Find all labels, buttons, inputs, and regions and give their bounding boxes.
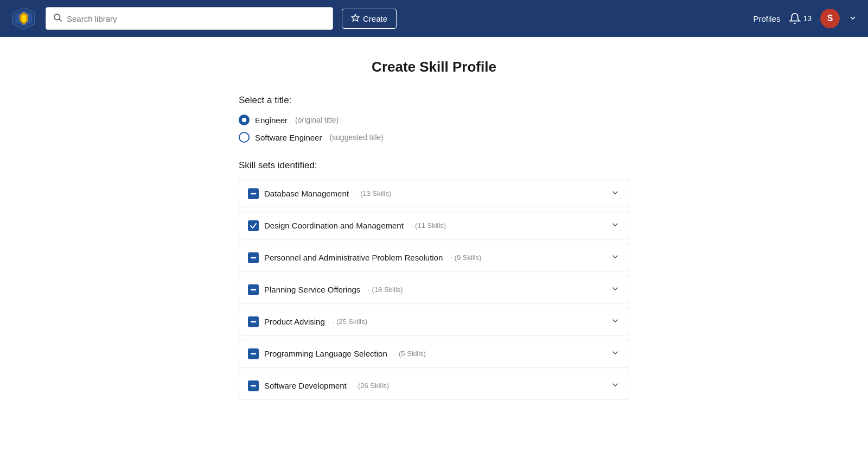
skill-set-left: Personnel and Administrative Problem Res… <box>248 252 481 263</box>
skill-set-left: Database Management · (13 Skills) <box>248 188 391 199</box>
radio-software-engineer[interactable] <box>239 132 250 143</box>
user-initial: S <box>827 14 833 23</box>
skill-set-count: · (9 Skills) <box>450 253 481 262</box>
title-engineer-sublabel: (original title) <box>295 116 339 124</box>
skill-set-count: · (11 Skills) <box>411 221 446 230</box>
select-title-label: Select a title: <box>239 95 629 106</box>
main-content: Create Skill Profile Select a title: Eng… <box>0 37 868 470</box>
skill-set-name: Design Coordination and Management <box>264 221 404 230</box>
notification-count: 13 <box>803 14 812 23</box>
skill-set-count: · (25 Skills) <box>333 317 367 326</box>
skill-set-left: Planning Service Offerings · (18 Skills) <box>248 284 403 295</box>
search-bar[interactable] <box>46 7 333 30</box>
app-header: Create Profiles 13 S <box>0 0 868 37</box>
search-icon <box>53 12 62 24</box>
skill-set-name: Database Management <box>264 189 349 198</box>
skill-set-left: Design Coordination and Management · (11… <box>248 220 446 231</box>
skill-set-checkbox[interactable] <box>248 316 259 327</box>
skill-set-count: · (5 Skills) <box>395 350 426 358</box>
skill-set-name: Software Development <box>264 381 347 390</box>
skill-set-checkbox[interactable] <box>248 188 259 199</box>
notification-bell[interactable]: 13 <box>789 12 812 24</box>
skill-set-item[interactable]: Personnel and Administrative Problem Res… <box>239 244 629 271</box>
skill-set-chevron-icon[interactable] <box>610 380 620 391</box>
skill-set-chevron-icon[interactable] <box>610 316 620 327</box>
skill-set-chevron-icon[interactable] <box>610 252 620 263</box>
skill-set-chevron-icon[interactable] <box>610 348 620 359</box>
skill-sets-label: Skill sets identified: <box>239 160 629 171</box>
skill-set-count: · (13 Skills) <box>356 189 391 198</box>
skill-set-list: Database Management · (13 Skills) Design… <box>239 180 629 399</box>
skill-set-count: · (18 Skills) <box>368 285 403 294</box>
profiles-link[interactable]: Profiles <box>753 14 780 23</box>
skill-set-left: Product Advising · (25 Skills) <box>248 316 367 327</box>
title-software-engineer-label: Software Engineer <box>255 133 322 142</box>
skill-set-count: · (26 Skills) <box>354 382 389 390</box>
skill-set-left: Programming Language Selection · (5 Skil… <box>248 348 426 359</box>
title-option-engineer[interactable]: Engineer (original title) <box>239 115 629 125</box>
skill-set-left: Software Development · (26 Skills) <box>248 380 389 391</box>
skill-set-name: Programming Language Selection <box>264 349 387 358</box>
skill-set-chevron-icon[interactable] <box>610 188 620 199</box>
header-right: Profiles 13 S <box>753 9 857 28</box>
svg-point-2 <box>54 14 60 20</box>
skill-set-item[interactable]: Product Advising · (25 Skills) <box>239 308 629 335</box>
create-button[interactable]: Create <box>342 9 397 29</box>
skill-set-chevron-icon[interactable] <box>610 284 620 295</box>
skill-set-checkbox[interactable] <box>248 252 259 263</box>
title-engineer-label: Engineer <box>255 116 288 125</box>
skill-set-item[interactable]: Programming Language Selection · (5 Skil… <box>239 340 629 367</box>
chevron-down-icon[interactable] <box>848 14 857 24</box>
skill-set-checkbox[interactable] <box>248 220 259 231</box>
skill-set-item[interactable]: Database Management · (13 Skills) <box>239 180 629 207</box>
app-logo <box>11 5 37 31</box>
content-area: Select a title: Engineer (original title… <box>239 95 629 399</box>
title-option-software-engineer[interactable]: Software Engineer (suggested title) <box>239 132 629 143</box>
skill-set-checkbox[interactable] <box>248 380 259 391</box>
skill-set-chevron-icon[interactable] <box>610 220 620 231</box>
skill-set-name: Planning Service Offerings <box>264 285 360 294</box>
skill-set-item[interactable]: Software Development · (26 Skills) <box>239 372 629 399</box>
search-input[interactable] <box>67 14 326 23</box>
title-radio-group: Engineer (original title) Software Engin… <box>239 115 629 143</box>
skill-set-item[interactable]: Planning Service Offerings · (18 Skills) <box>239 276 629 303</box>
skill-set-item[interactable]: Design Coordination and Management · (11… <box>239 212 629 239</box>
skill-set-name: Personnel and Administrative Problem Res… <box>264 253 443 262</box>
title-software-engineer-sublabel: (suggested title) <box>329 133 384 142</box>
skill-set-name: Product Advising <box>264 317 325 326</box>
page-title: Create Skill Profile <box>11 59 857 75</box>
create-icon <box>351 14 360 24</box>
svg-line-3 <box>59 19 61 21</box>
skill-set-checkbox[interactable] <box>248 348 259 359</box>
radio-engineer[interactable] <box>239 115 250 125</box>
create-label: Create <box>363 14 387 23</box>
skill-set-checkbox[interactable] <box>248 284 259 295</box>
user-avatar[interactable]: S <box>820 9 840 28</box>
